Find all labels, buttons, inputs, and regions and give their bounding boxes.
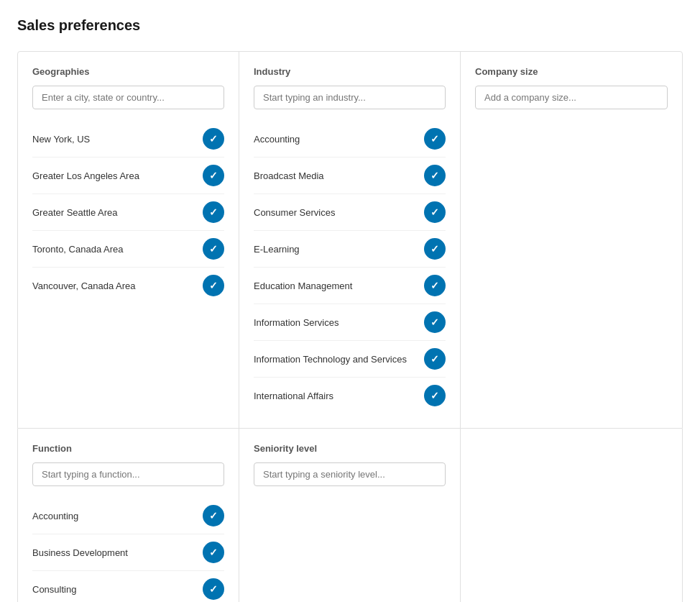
geographies-list: New York, US Greater Los Angeles Area Gr… bbox=[32, 121, 224, 304]
seniority-section: Seniority level bbox=[239, 429, 461, 602]
seniority-input[interactable] bbox=[254, 462, 446, 486]
industry-item-label: Education Management bbox=[254, 281, 352, 291]
list-item: Greater Los Angeles Area bbox=[32, 158, 224, 194]
function-section: Function Accounting Business Development… bbox=[18, 429, 239, 602]
list-item: Vancouver, Canada Area bbox=[32, 268, 224, 304]
industry-list: Accounting Broadcast Media Consumer Serv… bbox=[254, 121, 446, 414]
list-item: Accounting bbox=[254, 121, 446, 158]
list-item: Education Management bbox=[254, 268, 446, 304]
seniority-title: Seniority level bbox=[254, 443, 446, 454]
company-size-section: Company size bbox=[461, 52, 682, 428]
list-item: Information Services bbox=[254, 304, 446, 341]
function-check-button[interactable] bbox=[203, 578, 224, 600]
list-item: International Affairs bbox=[254, 378, 446, 414]
industry-input[interactable] bbox=[254, 86, 446, 109]
industry-item-label: Accounting bbox=[254, 134, 300, 145]
company-size-input[interactable] bbox=[475, 86, 668, 109]
industry-check-button[interactable] bbox=[424, 348, 446, 370]
industry-check-button[interactable] bbox=[424, 165, 446, 186]
industry-check-button[interactable] bbox=[424, 238, 446, 260]
geo-check-button[interactable] bbox=[203, 201, 224, 223]
geo-item-label: New York, US bbox=[32, 134, 90, 145]
function-item-label: Accounting bbox=[32, 511, 78, 521]
industry-check-button[interactable] bbox=[424, 201, 446, 223]
list-item: Broadcast Media bbox=[254, 158, 446, 194]
industry-check-button[interactable] bbox=[424, 385, 446, 406]
industry-item-label: Broadcast Media bbox=[254, 170, 324, 181]
industry-check-button[interactable] bbox=[424, 311, 446, 333]
geo-check-button[interactable] bbox=[203, 128, 224, 150]
empty-section bbox=[461, 429, 682, 602]
list-item: Information Technology and Services bbox=[254, 341, 446, 378]
geo-check-button[interactable] bbox=[203, 165, 224, 186]
list-item: New York, US bbox=[32, 121, 224, 158]
industry-title: Industry bbox=[254, 66, 446, 77]
industry-item-label: Consumer Services bbox=[254, 207, 335, 218]
industry-item-label: International Affairs bbox=[254, 391, 333, 401]
geo-item-label: Greater Seattle Area bbox=[32, 207, 118, 218]
list-item: Consumer Services bbox=[254, 194, 446, 231]
list-item: Consulting bbox=[32, 571, 224, 602]
industry-check-button[interactable] bbox=[424, 128, 446, 150]
geo-check-button[interactable] bbox=[203, 275, 224, 296]
geographies-title: Geographies bbox=[32, 66, 224, 77]
geo-item-label: Toronto, Canada Area bbox=[32, 244, 123, 255]
list-item: E-Learning bbox=[254, 231, 446, 268]
function-input[interactable] bbox=[32, 462, 224, 486]
industry-section: Industry Accounting Broadcast Media Cons… bbox=[239, 52, 461, 428]
industry-item-label: Information Services bbox=[254, 317, 339, 328]
function-list: Accounting Business Development Consulti… bbox=[32, 498, 224, 602]
industry-item-label: E-Learning bbox=[254, 244, 300, 255]
company-size-title: Company size bbox=[475, 66, 668, 77]
industry-check-button[interactable] bbox=[424, 275, 446, 296]
geographies-input[interactable] bbox=[32, 86, 224, 109]
industry-item-label: Information Technology and Services bbox=[254, 354, 407, 365]
function-check-button[interactable] bbox=[203, 542, 224, 563]
list-item: Toronto, Canada Area bbox=[32, 231, 224, 268]
function-item-label: Consulting bbox=[32, 584, 76, 595]
page-title: Sales preferences bbox=[17, 17, 683, 34]
geo-item-label: Greater Los Angeles Area bbox=[32, 170, 139, 181]
list-item: Accounting bbox=[32, 498, 224, 534]
function-title: Function bbox=[32, 443, 224, 454]
list-item: Business Development bbox=[32, 534, 224, 571]
geographies-section: Geographies New York, US Greater Los Ang… bbox=[18, 52, 239, 428]
geo-check-button[interactable] bbox=[203, 238, 224, 260]
list-item: Greater Seattle Area bbox=[32, 194, 224, 231]
function-item-label: Business Development bbox=[32, 547, 128, 558]
geo-item-label: Vancouver, Canada Area bbox=[32, 281, 136, 291]
function-check-button[interactable] bbox=[203, 505, 224, 526]
